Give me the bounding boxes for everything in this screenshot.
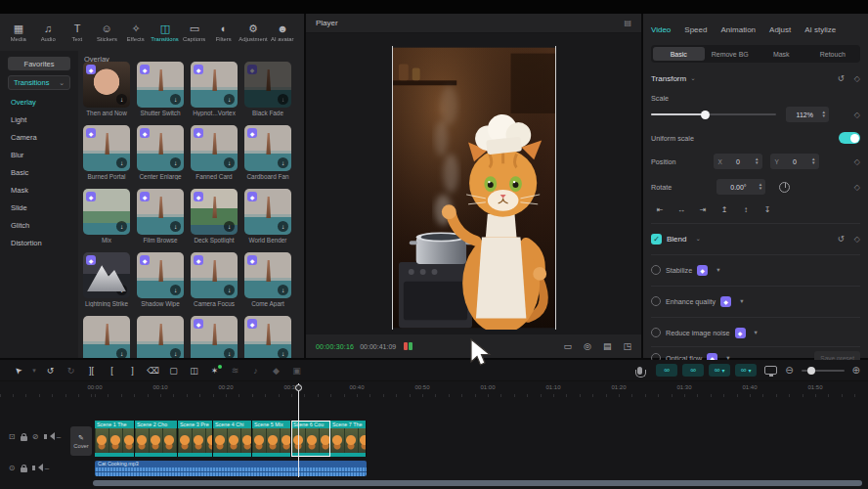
keyframe-tool-icon[interactable]: ◆ [266,366,286,376]
sidebar-item-basic[interactable]: Basic [8,166,70,178]
cover-button[interactable]: ✎ Cover [70,426,92,456]
scale-slider-knob[interactable] [701,111,710,119]
transition-item-come-apart[interactable]: ◆↓Come Apart [244,252,291,307]
lock-icon[interactable] [21,436,27,441]
sidebar-item-overlay[interactable]: Overlay [8,96,70,108]
reduce-noise-checkbox[interactable] [651,328,661,337]
download-icon[interactable]: ↓ [278,348,288,358]
transition-item-shutter-switch[interactable]: ◆↓Shutter Switch [137,62,184,116]
keyframe-next-icon[interactable]: ∞▾ [735,364,757,377]
download-icon[interactable]: ↓ [170,285,181,295]
position-y-stepper[interactable]: Y 0 ▲▼ [770,154,819,169]
toolbar-item-captions[interactable]: ▭Captions [180,22,209,42]
download-icon[interactable]: ↓ [224,221,235,232]
keyframe-prev-icon[interactable]: ∞▾ [709,364,730,377]
timeline-clip-scene-3-pre[interactable]: Scene 3 Pre [178,421,213,457]
split-icon[interactable]: ][ [81,366,102,376]
transition-item[interactable]: ↓ [137,316,184,358]
transform-keyframe-icon[interactable]: ◇ [854,74,860,83]
blend-keyframe-icon[interactable]: ◇ [854,235,860,244]
transition-item-burned-portal[interactable]: ◆↓Burned Portal [83,125,130,180]
select-tool-icon[interactable]: ➤ [8,360,29,381]
transition-item-black-fade[interactable]: ◆↓Black Fade [244,62,291,116]
preview-monitor-icon[interactable] [764,366,777,375]
playhead-handle[interactable] [295,384,302,391]
transition-item-lightning-strike[interactable]: ◆↓Lightning Strike [83,252,130,307]
timeline-clip-scene-6-cou[interactable]: Scene 6 Cou [291,421,330,457]
smart-edit-icon[interactable]: ✶ [204,366,225,376]
y-down-icon[interactable]: ▼ [811,161,815,165]
redo-icon[interactable]: ↻ [61,366,81,376]
timeline-clip-scene-1-the[interactable]: Scene 1 The [95,421,135,457]
timeline-clip-scene-5-mix[interactable]: Scene 5 Mix [252,421,291,457]
transition-item-cardboard-fan[interactable]: ◆↓Cardboard Fan [244,125,291,180]
quality-icon[interactable]: ▤ [603,341,612,351]
tab-ai-stylize[interactable]: AI stylize [804,25,836,34]
transition-item-deck-spotlight[interactable]: ◆↓Deck Spotlight [191,189,238,244]
marker-out-icon[interactable]: ∞ [682,364,704,377]
sidebar-item-light[interactable]: Light [8,113,70,125]
tab-animation[interactable]: Animation [720,25,756,34]
toolbar-item-transitions[interactable]: ◫Transitions [151,22,180,42]
timeline-zoom-knob[interactable] [807,367,815,375]
transition-item-fanned-card[interactable]: ◆↓Fanned Card [191,125,238,180]
transition-item-mix[interactable]: ◆↓Mix [83,189,130,244]
reset-blend-icon[interactable]: ↺ [838,234,845,244]
transition-item[interactable]: ◆↓ [191,316,238,358]
enhance-quality-checkbox[interactable] [651,296,661,306]
align-center-h-icon[interactable]: ↔ [673,202,690,216]
transition-item[interactable]: ↓ [83,316,130,358]
tool-caret-icon[interactable]: ▾ [28,367,40,375]
audio-tool-icon[interactable]: ♪ [245,366,266,376]
subtab-mask[interactable]: Mask [756,47,807,61]
zoom-out-icon[interactable]: ⊖ [785,365,793,376]
playhead-line[interactable] [298,383,299,477]
delete-right-icon[interactable]: ] [122,366,143,376]
toolbar-item-stickers[interactable]: ☺Stickers [92,22,121,42]
toolbar-item-adjustment[interactable]: ⚙Adjustment [239,22,268,42]
undo-icon[interactable]: ↺ [40,366,61,376]
toolbar-item-ai-avatar[interactable]: ☻AI avatar [268,22,297,42]
timeline-scrollbar[interactable] [93,480,862,486]
download-icon[interactable]: ↓ [278,221,288,232]
lock-icon[interactable] [21,467,27,472]
download-icon[interactable]: ↓ [116,221,127,232]
uniform-scale-toggle[interactable] [839,132,860,144]
transition-item-camera-focus[interactable]: ◆↓Camera Focus [191,252,238,307]
timeline-ruler[interactable]: 00:0000:1000:2000:3000:4000:5001:0001:10… [0,381,868,397]
download-icon[interactable]: ↓ [170,94,181,105]
delete-icon[interactable]: ⌫ [143,366,163,376]
toolbar-item-text[interactable]: TText [63,22,92,42]
subtab-retouch[interactable]: Retouch [807,47,859,61]
scale-slider[interactable] [651,113,776,115]
audio-track-icon[interactable]: ⊙ [6,464,18,472]
toolbar-item-media[interactable]: ▦Media [4,22,33,42]
timeline-clip-scene-4-chi[interactable]: Scene 4 Chi [213,421,252,457]
toolbar-item-filters[interactable]: ◐Filters [209,22,239,42]
x-down-icon[interactable]: ▼ [755,161,759,165]
crop-icon[interactable]: ▢ [163,366,184,376]
subtab-basic[interactable]: Basic [653,47,705,61]
download-icon[interactable]: ↓ [116,157,127,168]
layers-icon[interactable]: ≋ [225,366,245,376]
download-icon[interactable]: ↓ [116,348,127,358]
delete-left-icon[interactable]: [ [102,366,122,376]
transition-item-center-enlarge[interactable]: ◆↓Center Enlarge [137,125,184,180]
timeline-zoom-slider[interactable] [802,370,845,372]
color-swatch-icon[interactable] [404,342,412,350]
audio-clip[interactable]: Cat Cooking.mp3 [95,461,367,476]
transition-item-then-and-now[interactable]: ◆↓Then and Now [83,62,130,116]
align-top-icon[interactable]: ↥ [716,202,733,216]
ratio-icon[interactable]: ▭ [564,341,573,351]
position-keyframe-icon[interactable]: ◇ [854,157,860,166]
transform-label[interactable]: Transform [651,74,686,83]
align-right-icon[interactable]: ⇥ [694,202,712,216]
toolbar-item-audio[interactable]: ♫Audio [33,22,63,42]
sidebar-item-blur[interactable]: Blur [8,149,70,160]
position-x-stepper[interactable]: X 0 ▲▼ [714,154,762,169]
download-icon[interactable]: ↓ [278,285,288,295]
download-icon[interactable]: ↓ [278,157,288,168]
rotate-stepper[interactable]: 0.00° ▲▼ [716,179,765,195]
toolbar-item-effects[interactable]: ✧Effects [121,22,151,42]
mirror-icon[interactable]: ◫ [184,366,204,376]
